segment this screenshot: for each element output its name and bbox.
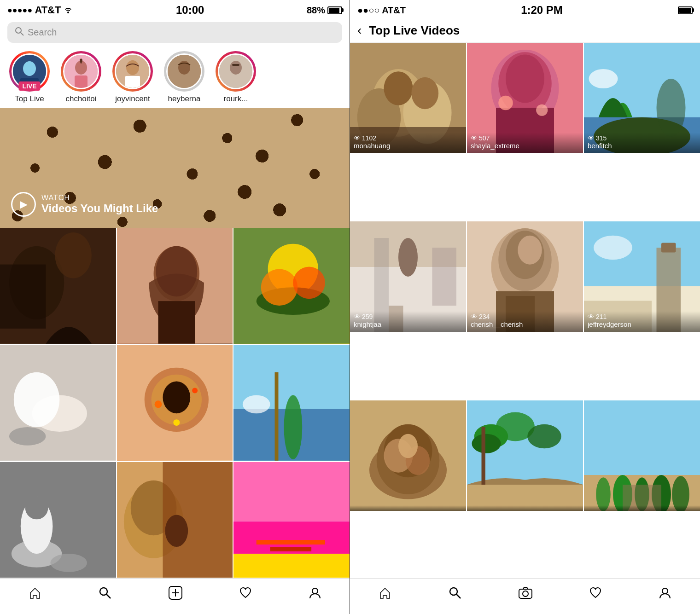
svg-point-44 bbox=[243, 395, 270, 414]
live-cell-5[interactable]: 👁 234 cherish__cherish bbox=[467, 221, 583, 332]
story-username-4: rourk... bbox=[224, 94, 248, 104]
story-avatar-4[interactable] bbox=[216, 51, 256, 92]
view-count-5: 234 bbox=[479, 313, 490, 320]
live-username-5: cherish__cherish bbox=[471, 320, 579, 328]
search-bar[interactable]: Search bbox=[7, 22, 342, 43]
nav-camera-right[interactable] bbox=[519, 587, 532, 602]
story-avatar-2[interactable] bbox=[112, 51, 153, 92]
live-cell-1[interactable]: 👁 1102 monahuang bbox=[350, 43, 466, 153]
back-button[interactable]: ‹ bbox=[357, 23, 362, 38]
grid-cell-8[interactable] bbox=[117, 462, 233, 578]
live-cell-9[interactable] bbox=[584, 400, 700, 511]
sb-battery-right bbox=[678, 6, 693, 14]
svg-point-131 bbox=[662, 588, 668, 594]
page-title-right: Top Live Videos bbox=[369, 23, 460, 38]
right-phone: ●●○○ AT&T 1:20 PM ‹ Top Live Videos bbox=[350, 0, 700, 614]
grid-cell-2[interactable] bbox=[117, 228, 233, 344]
watch-label: WATCH bbox=[41, 194, 158, 202]
nav-heart[interactable] bbox=[239, 586, 252, 602]
eye-icon-1: 👁 bbox=[354, 134, 360, 142]
svg-rect-116 bbox=[482, 427, 485, 485]
grid-cell-6[interactable] bbox=[233, 345, 350, 461]
view-count-3: 315 bbox=[596, 134, 607, 142]
grid-cell-1[interactable] bbox=[0, 228, 116, 344]
svg-point-104 bbox=[594, 236, 632, 260]
story-item-3[interactable]: heyberna bbox=[161, 51, 207, 104]
story-ring-1 bbox=[61, 51, 101, 92]
nav-search[interactable] bbox=[98, 586, 112, 603]
live-badge: LIVE bbox=[18, 81, 40, 91]
time-left: 10:00 bbox=[73, 4, 307, 17]
svg-point-3 bbox=[23, 61, 36, 76]
watch-title: Videos You Might Like bbox=[41, 202, 158, 215]
sb-dots-right: ●●○○ bbox=[357, 5, 379, 15]
live-cell-bg-8 bbox=[467, 400, 583, 511]
svg-point-14 bbox=[230, 61, 242, 75]
live-cell-2[interactable]: 👁 507 shayla_extreme bbox=[467, 43, 583, 153]
svg-rect-102 bbox=[661, 243, 676, 253]
search-placeholder: Search bbox=[28, 27, 57, 38]
svg-point-28 bbox=[293, 267, 326, 299]
svg-line-128 bbox=[456, 594, 461, 598]
svg-point-31 bbox=[14, 372, 59, 427]
live-cell-info-7 bbox=[350, 505, 466, 511]
live-username-4: knightjaa bbox=[354, 320, 462, 328]
live-cell-3[interactable]: 👁 315 benfitch bbox=[584, 43, 700, 153]
nav-home-right[interactable] bbox=[379, 586, 391, 602]
story-inner-4 bbox=[218, 53, 254, 89]
nav-add[interactable] bbox=[169, 586, 182, 603]
sb-carrier-name: AT&T bbox=[382, 5, 406, 15]
grid-cell-5[interactable] bbox=[117, 345, 233, 461]
nav-profile-right[interactable] bbox=[659, 586, 671, 602]
sb-time-right: 1:20 PM bbox=[521, 4, 563, 17]
story-avatar-toplive[interactable]: LIVE bbox=[9, 51, 50, 92]
grid-cell-9[interactable] bbox=[233, 462, 350, 578]
live-videos-grid: 👁 1102 monahuang 👁 bbox=[350, 43, 700, 578]
nav-heart-right[interactable] bbox=[589, 586, 602, 602]
svg-rect-56 bbox=[233, 462, 350, 521]
nav-home[interactable] bbox=[29, 586, 41, 602]
battery-icon-right bbox=[678, 6, 693, 14]
svg-point-66 bbox=[312, 588, 318, 594]
svg-point-27 bbox=[261, 269, 298, 306]
svg-rect-89 bbox=[432, 248, 457, 306]
live-views-2: 👁 507 bbox=[471, 134, 579, 142]
live-cell-8[interactable] bbox=[467, 400, 583, 511]
view-count-1: 1102 bbox=[362, 134, 376, 142]
stories-row: LIVE Top Live chchoitoi bbox=[0, 46, 350, 108]
live-cell-6[interactable]: 👁 211 jeffreydgerson bbox=[584, 221, 700, 332]
grid-cell-7[interactable] bbox=[0, 462, 116, 578]
svg-rect-59 bbox=[257, 540, 325, 544]
live-cell-4[interactable]: 👁 259 knightjaa bbox=[350, 221, 466, 332]
svg-point-61 bbox=[100, 588, 107, 595]
svg-point-72 bbox=[411, 77, 438, 109]
search-container[interactable]: Search bbox=[0, 18, 350, 46]
story-item-toplive[interactable]: LIVE Top Live bbox=[6, 51, 52, 104]
svg-point-43 bbox=[284, 395, 303, 459]
story-item-4[interactable]: rourk... bbox=[213, 51, 259, 104]
live-cell-7[interactable] bbox=[350, 400, 466, 511]
story-item-1[interactable]: chchoitoi bbox=[58, 51, 104, 104]
svg-point-84 bbox=[657, 79, 686, 137]
live-username-3: benfitch bbox=[588, 142, 696, 150]
grid-cell-3[interactable] bbox=[233, 228, 350, 344]
live-username-1: monahuang bbox=[354, 142, 462, 150]
grid-cell-4[interactable] bbox=[0, 345, 116, 461]
nav-search-right[interactable] bbox=[448, 586, 462, 603]
svg-rect-60 bbox=[270, 547, 312, 551]
svg-point-9 bbox=[126, 60, 139, 75]
play-button[interactable]: ▶ bbox=[11, 192, 36, 217]
story-ring-2 bbox=[112, 51, 153, 92]
svg-rect-58 bbox=[233, 554, 350, 578]
live-cell-info-4: 👁 259 knightjaa bbox=[350, 311, 466, 332]
svg-point-37 bbox=[154, 401, 162, 408]
video-banner[interactable]: ▶ WATCH Videos You Might Like bbox=[0, 108, 350, 228]
svg-rect-10 bbox=[125, 76, 140, 88]
story-avatar-1[interactable] bbox=[61, 51, 101, 92]
nav-profile[interactable] bbox=[309, 586, 321, 602]
watch-overlay: ▶ WATCH Videos You Might Like bbox=[11, 192, 158, 217]
live-username-6: jeffreydgerson bbox=[588, 320, 696, 328]
svg-point-36 bbox=[163, 382, 190, 414]
story-avatar-3[interactable] bbox=[164, 51, 204, 92]
story-item-2[interactable]: joyvincent bbox=[110, 51, 156, 104]
